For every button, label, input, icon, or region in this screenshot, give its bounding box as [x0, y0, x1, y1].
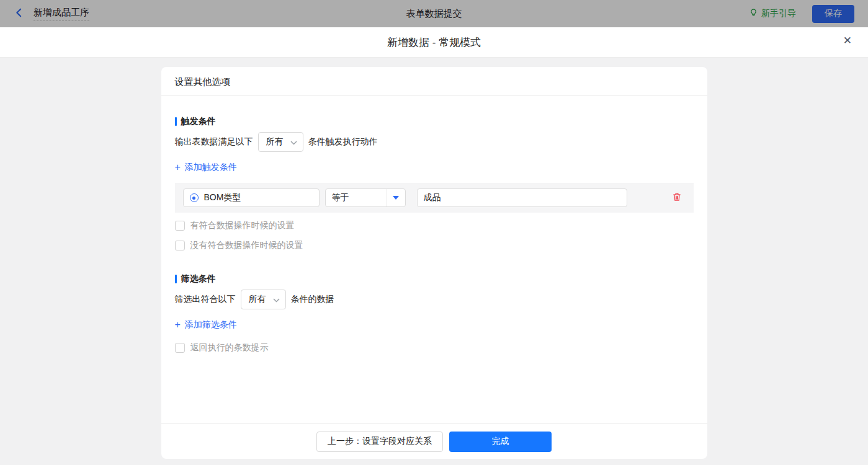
add-filter-condition-link[interactable]: + 添加筛选条件	[175, 319, 237, 330]
checkbox-row-has-match: 有符合数据操作时候的设置	[175, 220, 694, 231]
previous-step-button[interactable]: 上一步：设置字段对应关系	[316, 432, 443, 452]
has-match-checkbox[interactable]	[175, 221, 185, 231]
modal-backdrop	[0, 0, 868, 27]
no-match-checkbox[interactable]	[175, 241, 185, 250]
no-match-label: 没有符合数据操作时候的设置	[190, 240, 303, 251]
chevron-down-icon	[290, 137, 297, 147]
has-match-label: 有符合数据操作时候的设置	[190, 220, 295, 231]
filter-match-value: 所有	[249, 294, 266, 305]
trash-icon	[672, 192, 682, 204]
trigger-match-value: 所有	[266, 136, 284, 148]
section-title-trigger: 触发条件	[175, 116, 694, 127]
trigger-sentence: 输出表数据满足以下 所有 条件触发执行动作	[175, 132, 694, 152]
condition-field-select[interactable]: BOM类型	[183, 188, 320, 207]
close-icon: ✕	[843, 35, 852, 46]
done-button[interactable]: 完成	[449, 432, 552, 452]
delete-condition-button[interactable]	[672, 192, 682, 204]
operator-caret-area	[386, 189, 405, 206]
filter-sentence-prefix: 筛选出符合以下	[175, 294, 236, 305]
modal-body: 设置其他选项 触发条件 输出表数据满足以下 所有 条件触发执行动作	[0, 58, 868, 465]
panel-title: 设置其他选项	[161, 67, 707, 96]
panel-body: 触发条件 输出表数据满足以下 所有 条件触发执行动作 + 添加触发条件	[161, 96, 707, 423]
checkbox-row-count-hint: 返回执行的条数提示	[175, 342, 694, 353]
section-title-filter: 筛选条件	[175, 273, 694, 285]
section-accent-bar	[175, 117, 177, 126]
close-button[interactable]: ✕	[843, 35, 852, 46]
triangle-down-icon	[393, 196, 399, 200]
filter-sentence: 筛选出符合以下 所有 条件的数据	[175, 290, 694, 309]
options-panel: 设置其他选项 触发条件 输出表数据满足以下 所有 条件触发执行动作	[161, 67, 707, 459]
trigger-condition-row: BOM类型 等于	[175, 183, 694, 213]
filter-section-label: 筛选条件	[181, 273, 216, 285]
radio-field-icon	[190, 193, 199, 202]
checkbox-row-no-match: 没有符合数据操作时候的设置	[175, 240, 694, 251]
trigger-section-label: 触发条件	[181, 116, 216, 127]
panel-footer: 上一步：设置字段对应关系 完成	[161, 423, 707, 459]
plus-icon: +	[175, 321, 181, 329]
add-trigger-condition-label: 添加触发条件	[185, 162, 237, 173]
modal-header: 新增数据 - 常规模式 ✕	[0, 27, 868, 58]
add-trigger-condition-link[interactable]: + 添加触发条件	[175, 162, 237, 173]
modal-title: 新增数据 - 常规模式	[387, 35, 481, 50]
trigger-sentence-prefix: 输出表数据满足以下	[175, 136, 253, 148]
filter-match-select[interactable]: 所有	[241, 290, 286, 309]
add-data-modal: 新增数据 - 常规模式 ✕ 设置其他选项 触发条件 输出表数据满足以下 所有	[0, 27, 868, 465]
condition-operator-select[interactable]: 等于	[325, 188, 406, 207]
count-hint-label: 返回执行的条数提示	[190, 342, 269, 353]
condition-value-input[interactable]	[417, 188, 627, 207]
trigger-match-select[interactable]: 所有	[258, 132, 303, 152]
count-hint-checkbox[interactable]	[175, 343, 185, 353]
filter-sentence-suffix: 条件的数据	[291, 294, 334, 305]
condition-operator-value: 等于	[326, 189, 386, 206]
chevron-down-icon	[273, 294, 280, 304]
add-filter-condition-label: 添加筛选条件	[185, 319, 237, 330]
condition-field-value: BOM类型	[204, 192, 241, 203]
trigger-sentence-suffix: 条件触发执行动作	[308, 136, 378, 148]
plus-icon: +	[175, 163, 181, 172]
section-accent-bar	[175, 275, 177, 283]
